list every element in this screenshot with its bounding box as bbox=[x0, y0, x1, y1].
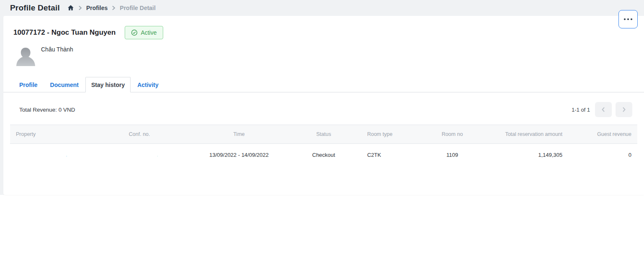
column-header-property: Property bbox=[10, 125, 123, 144]
tab-stay-history[interactable]: Stay history bbox=[85, 77, 131, 92]
previous-page-button[interactable] bbox=[595, 102, 612, 117]
cell-total-reservation-amount: 1,149,305 bbox=[487, 144, 568, 166]
cell-conf-no: . bbox=[123, 144, 192, 166]
column-header-room-no: Room no bbox=[418, 125, 487, 144]
pagination-range-label: 1-1 of 1 bbox=[572, 107, 590, 113]
cell-room-no: 1109 bbox=[418, 144, 487, 166]
pagination: 1-1 of 1 bbox=[572, 102, 632, 117]
column-header-room-type: Room type bbox=[361, 125, 418, 144]
ellipsis-icon bbox=[623, 18, 633, 20]
profile-location: Châu Thành bbox=[41, 45, 73, 68]
check-circle-icon bbox=[131, 29, 138, 36]
avatar-placeholder-icon bbox=[13, 45, 37, 68]
chevron-right-icon bbox=[621, 107, 627, 112]
profile-title: 10077172 - Ngoc Tuan Nguyen bbox=[13, 28, 115, 37]
stay-history-panel: Total Revenue: 0 VND 1-1 of 1 bbox=[3, 92, 644, 166]
cell-guest-revenue: 0 bbox=[568, 144, 637, 166]
cell-status: Checkout bbox=[286, 144, 362, 166]
avatar bbox=[13, 45, 37, 68]
breadcrumb-item-current: Profile Detail bbox=[120, 5, 156, 11]
more-actions-button[interactable] bbox=[618, 10, 638, 28]
cell-property[interactable]: . bbox=[10, 144, 123, 166]
stay-history-table: Property Conf. no. Time Status Room type… bbox=[10, 125, 637, 166]
chevron-left-icon bbox=[600, 107, 606, 112]
cell-time: 13/09/2022 - 14/09/2022 bbox=[192, 144, 286, 166]
column-header-guest-revenue: Guest revenue bbox=[568, 125, 637, 144]
home-icon[interactable] bbox=[67, 5, 74, 11]
column-header-total-reservation-amount: Total reservation amount bbox=[487, 125, 568, 144]
tab-document[interactable]: Document bbox=[44, 77, 85, 92]
column-header-conf-no: Conf. no. bbox=[123, 125, 192, 144]
status-badge: Active bbox=[125, 26, 163, 39]
tab-activity[interactable]: Activity bbox=[131, 77, 164, 92]
status-badge-label: Active bbox=[141, 29, 157, 36]
chevron-right-icon bbox=[78, 5, 82, 10]
tab-bar: Profile Document Stay history Activity bbox=[3, 77, 644, 92]
total-revenue-text: Total Revenue: 0 VND bbox=[19, 107, 75, 113]
profile-header: 10077172 - Ngoc Tuan Nguyen Active bbox=[3, 16, 644, 68]
breadcrumb: Profiles Profile Detail bbox=[67, 5, 156, 11]
chevron-right-icon bbox=[112, 5, 115, 10]
column-header-status: Status bbox=[286, 125, 362, 144]
cell-room-type: C2TK bbox=[361, 144, 418, 166]
topbar: Profile Detail Profiles Profile Detail bbox=[0, 0, 644, 16]
page-title: Profile Detail bbox=[10, 3, 60, 13]
tab-profile[interactable]: Profile bbox=[13, 77, 44, 92]
app-background: Profile Detail Profiles Profile Detail 1… bbox=[0, 0, 644, 195]
column-header-time: Time bbox=[192, 125, 286, 144]
table-header-row: Property Conf. no. Time Status Room type… bbox=[10, 125, 637, 144]
profile-detail-card: 10077172 - Ngoc Tuan Nguyen Active bbox=[3, 16, 644, 195]
breadcrumb-item-profiles[interactable]: Profiles bbox=[86, 5, 108, 11]
next-page-button[interactable] bbox=[616, 102, 632, 117]
table-row[interactable]: . . 13/09/2022 - 14/09/2022 Checkout C2T… bbox=[10, 144, 637, 166]
